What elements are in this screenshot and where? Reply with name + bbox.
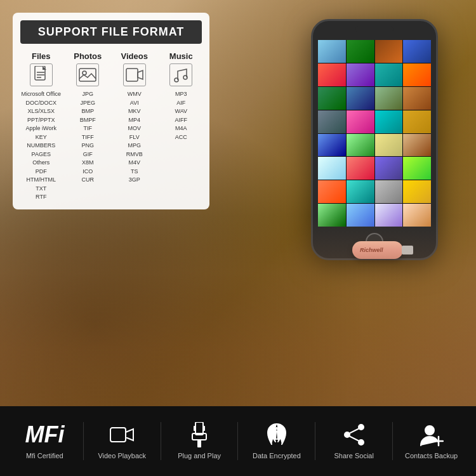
files-col: Files Microsoft OfficeDOC/DOCXXLS/XLSXPP… bbox=[20, 51, 62, 202]
format-title: SUPPORT FILE FORMAT bbox=[20, 20, 202, 44]
phone-thumbnail bbox=[403, 134, 431, 157]
plug-label: Plug and Play bbox=[178, 451, 221, 460]
phone-thumbnail bbox=[318, 180, 346, 203]
phone-thumbnail bbox=[375, 63, 403, 86]
phone-thumbnail bbox=[318, 157, 346, 180]
phone-thumbnail bbox=[403, 110, 431, 133]
svg-point-17 bbox=[359, 440, 364, 445]
phone-thumbnail bbox=[347, 63, 374, 86]
person-add-icon bbox=[420, 422, 444, 447]
svg-rect-6 bbox=[126, 69, 138, 81]
phone-thumbnail bbox=[318, 87, 346, 110]
phone-thumbnail bbox=[318, 110, 346, 133]
mfi-label: Mfi Certified bbox=[26, 451, 63, 460]
svg-point-15 bbox=[359, 425, 364, 430]
phone-thumbnail bbox=[318, 63, 346, 86]
main-area: SUPPORT FILE FORMAT Files Microsoft Offi… bbox=[0, 0, 476, 406]
files-title: Files bbox=[20, 51, 62, 61]
format-box: SUPPORT FILE FORMAT Files Microsoft Offi… bbox=[13, 13, 209, 209]
music-items: MP3AIFWAVAIFFM4AACC bbox=[161, 90, 202, 142]
photos-title: Photos bbox=[67, 51, 109, 61]
contacts-label: Contacts Backup bbox=[405, 451, 458, 460]
share-icon bbox=[342, 422, 366, 447]
svg-line-18 bbox=[350, 428, 359, 433]
mfi-icon: MFi bbox=[25, 422, 64, 447]
photos-col: Photos JPGJPEGBMPBMPFTIFTIFFPNGGIFX8MICO… bbox=[67, 51, 109, 202]
phone-thumbnail bbox=[375, 134, 403, 157]
phone-thumbnail bbox=[375, 157, 403, 180]
video-label: Video Playback bbox=[98, 451, 146, 460]
videos-title: Videos bbox=[114, 51, 155, 61]
bottom-bar: MFi Mfi Certified Video Playback Plug an… bbox=[0, 406, 476, 476]
files-icon bbox=[30, 63, 53, 86]
music-title: Music bbox=[161, 51, 202, 61]
files-items: Microsoft OfficeDOC/DOCXXLS/XLSXPPT/PPTX… bbox=[20, 90, 62, 202]
feature-encrypted: Data Encrypted bbox=[238, 422, 315, 460]
phone-thumbnail bbox=[347, 110, 374, 133]
mfi-text: MFi bbox=[25, 423, 64, 446]
svg-rect-14 bbox=[202, 426, 205, 431]
svg-rect-13 bbox=[194, 426, 196, 431]
phone-thumbnail bbox=[318, 134, 346, 157]
fingerprint-icon bbox=[265, 422, 288, 447]
svg-point-16 bbox=[345, 432, 350, 437]
phone-thumbnail bbox=[347, 180, 374, 203]
usb-plug-icon bbox=[190, 422, 208, 447]
phone-thumbnail bbox=[375, 40, 403, 63]
feature-social: Share Social bbox=[315, 422, 392, 460]
hand-area bbox=[0, 216, 476, 406]
camera-icon bbox=[110, 422, 134, 447]
phone-thumbnail bbox=[403, 87, 431, 110]
phone-thumbnail bbox=[403, 180, 431, 203]
phone-thumbnail bbox=[403, 40, 431, 63]
phone-thumbnail bbox=[403, 157, 431, 180]
phone-thumbnail bbox=[318, 40, 346, 63]
phone-thumbnail bbox=[347, 40, 374, 63]
svg-rect-12 bbox=[197, 440, 201, 447]
phone-thumbnail bbox=[375, 110, 403, 133]
svg-rect-4 bbox=[79, 69, 96, 81]
phone-thumbnail bbox=[403, 63, 431, 86]
photos-icon bbox=[76, 63, 99, 86]
feature-contacts: Contacts Backup bbox=[393, 422, 470, 460]
phone-screen bbox=[318, 40, 431, 227]
videos-items: WMVAVIMKVMP4MOVFLVMPGRMVBM4VTS3GP bbox=[114, 90, 155, 185]
svg-line-19 bbox=[350, 436, 359, 440]
music-col: Music MP3AIFWAVAIFFM4AACC bbox=[161, 51, 202, 202]
encrypted-label: Data Encrypted bbox=[253, 451, 301, 460]
phone-thumbnail bbox=[375, 87, 403, 110]
phone-thumbnail bbox=[347, 87, 374, 110]
format-columns: Files Microsoft OfficeDOC/DOCXXLS/XLSXPP… bbox=[20, 51, 202, 202]
feature-video: Video Playback bbox=[84, 422, 161, 460]
photos-items: JPGJPEGBMPBMPFTIFTIFFPNGGIFX8MICOCUR bbox=[67, 90, 109, 185]
phone-notch bbox=[355, 26, 393, 32]
svg-rect-9 bbox=[110, 428, 126, 442]
feature-plug: Plug and Play bbox=[161, 422, 238, 460]
videos-icon bbox=[123, 63, 146, 86]
feature-mfi: MFi Mfi Certified bbox=[6, 422, 83, 460]
svg-point-5 bbox=[83, 71, 86, 75]
phone-thumbnail bbox=[347, 134, 374, 157]
svg-point-20 bbox=[425, 426, 434, 435]
social-label: Share Social bbox=[334, 451, 374, 460]
phone-thumbnail bbox=[347, 157, 374, 180]
videos-col: Videos WMVAVIMKVMP4MOVFLVMPGRMVBM4VTS3GP bbox=[114, 51, 155, 202]
phone-thumbnail bbox=[375, 180, 403, 203]
music-icon bbox=[169, 63, 192, 86]
